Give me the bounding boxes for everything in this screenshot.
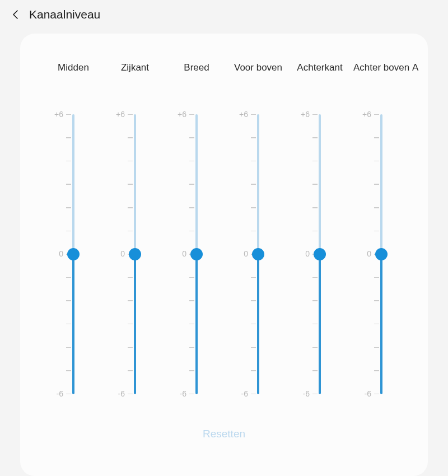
slider-container: +6 0 -6: [351, 114, 412, 394]
channel-breed: Breed +6 0 -6: [166, 62, 227, 394]
slider-thumb[interactable]: [190, 248, 203, 260]
slider-thumb[interactable]: [375, 248, 388, 260]
channel-label: Midden: [58, 62, 89, 86]
page-title: Kanaalniveau: [29, 8, 100, 21]
channel-achter-boven: Achter boven +6 0 -6: [351, 62, 412, 394]
slider-container: +6 0 -6: [227, 114, 289, 394]
slider-container: +6 0 -6: [104, 114, 166, 394]
slider-thumb[interactable]: [129, 248, 141, 260]
header: Kanaalniveau: [0, 0, 448, 29]
channel-midden: Midden +6 0 -6: [43, 62, 104, 394]
slider-container: +6 0 -6: [166, 114, 227, 394]
slider-thumb[interactable]: [252, 248, 264, 260]
channel-label: Achter boven: [353, 62, 409, 86]
channel-label: Voor boven: [234, 62, 282, 86]
channel-partial: A: [412, 62, 435, 394]
sliders-row: Midden +6 0 -6: [26, 62, 422, 394]
channel-label: Breed: [184, 62, 209, 86]
reset-button[interactable]: Resetten: [26, 428, 422, 440]
slider-container: +6 0 -6: [289, 114, 351, 394]
channel-label: Zijkant: [121, 62, 149, 86]
tick-min-label: -6: [57, 389, 63, 398]
channel-zijkant: Zijkant +6 0 -6: [104, 62, 166, 394]
channel-label: Achterkant: [297, 62, 342, 86]
channel-level-card: Midden +6 0 -6: [20, 34, 428, 476]
channel-label: A: [412, 62, 418, 86]
channel-voor-boven: Voor boven +6 0 -6: [227, 62, 289, 394]
tick-max-label: +6: [54, 110, 63, 119]
slider-thumb[interactable]: [314, 248, 326, 260]
channel-achterkant: Achterkant +6 0 -6: [289, 62, 351, 394]
slider-thumb[interactable]: [67, 248, 80, 260]
slider-container: +6 0 -6: [43, 114, 104, 394]
back-icon[interactable]: [11, 11, 19, 18]
tick-mid-label: 0: [59, 249, 63, 258]
